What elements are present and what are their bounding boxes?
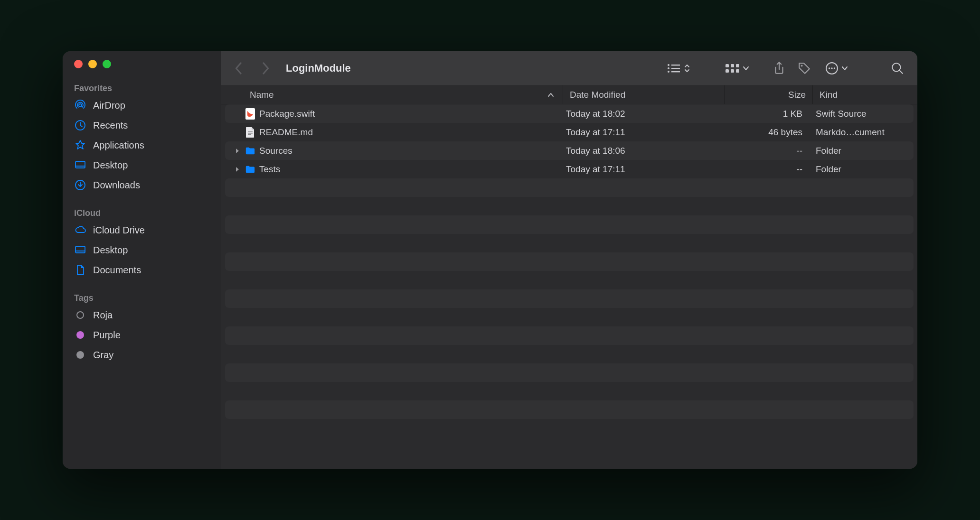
empty-row — [225, 326, 914, 345]
empty-row — [225, 363, 914, 382]
sidebar-item-label: Roja — [93, 310, 113, 321]
svg-point-21 — [834, 67, 835, 69]
sidebar-item-label: Gray — [93, 350, 113, 361]
sidebar-item-label: AirDrop — [93, 100, 125, 111]
file-name: Package.swift — [259, 109, 315, 119]
column-header-name[interactable]: Name — [221, 85, 563, 104]
file-kind: Folder — [809, 146, 914, 156]
folder-file-icon — [245, 145, 255, 157]
sidebar-item[interactable]: Purple — [63, 325, 221, 345]
file-date: Today at 17:11 — [559, 164, 721, 175]
empty-row — [225, 419, 914, 437]
sidebar-item-label: Applications — [93, 140, 144, 151]
column-header-size[interactable]: Size — [725, 85, 813, 104]
sidebar-item[interactable]: Documents — [63, 260, 221, 280]
forward-button[interactable] — [258, 59, 273, 78]
main-panel: LoginModule — [221, 51, 917, 469]
column-label: Kind — [820, 90, 838, 100]
tags-button[interactable] — [795, 59, 814, 78]
file-row[interactable]: SourcesToday at 18:06--Folder — [225, 141, 914, 160]
sidebar-item[interactable]: iCloud Drive — [63, 220, 221, 240]
swift-file-icon — [245, 108, 255, 120]
sidebar-item[interactable]: Desktop — [63, 155, 221, 175]
sidebar-item[interactable]: Recents — [63, 115, 221, 135]
close-button[interactable] — [74, 60, 83, 68]
svg-point-19 — [829, 67, 830, 69]
empty-row — [225, 400, 914, 419]
disclosure-triangle[interactable] — [234, 148, 241, 154]
file-kind: Markdo…cument — [809, 127, 914, 138]
file-row[interactable]: TestsToday at 17:11--Folder — [225, 160, 914, 178]
clock-icon — [74, 119, 86, 131]
empty-row — [225, 345, 914, 363]
empty-row — [225, 197, 914, 215]
svg-rect-14 — [726, 69, 729, 73]
sidebar-item-label: Recents — [93, 120, 128, 131]
svg-point-9 — [668, 71, 669, 73]
svg-rect-16 — [736, 69, 739, 73]
svg-point-17 — [801, 65, 803, 66]
window-controls — [63, 60, 221, 79]
download-icon — [74, 179, 86, 191]
md-file-icon — [245, 126, 255, 139]
sidebar-item[interactable]: Gray — [63, 345, 221, 365]
svg-rect-2 — [75, 161, 85, 168]
column-label: Size — [788, 90, 806, 100]
search-button[interactable] — [888, 59, 907, 78]
disclosure-triangle[interactable] — [234, 167, 241, 172]
sidebar-item-label: Downloads — [93, 180, 140, 191]
tag-dot-icon — [74, 329, 86, 341]
sidebar-item[interactable]: Applications — [63, 135, 221, 155]
file-date: Today at 17:11 — [559, 127, 721, 138]
file-row[interactable]: README.mdToday at 17:1146 bytesMarkdo…cu… — [225, 123, 914, 141]
desktop-icon — [74, 159, 86, 171]
svg-rect-25 — [248, 133, 253, 134]
svg-rect-15 — [731, 69, 734, 73]
svg-rect-8 — [671, 68, 680, 69]
airdrop-icon — [74, 99, 86, 111]
sidebar-item[interactable]: Downloads — [63, 175, 221, 195]
svg-rect-13 — [736, 64, 739, 67]
file-row[interactable]: Package.swiftToday at 18:021 KBSwift Sou… — [225, 104, 914, 123]
svg-point-7 — [668, 67, 669, 69]
action-menu-button[interactable] — [825, 62, 848, 75]
empty-row — [225, 289, 914, 308]
folder-title: LoginModule — [286, 62, 351, 74]
zoom-button[interactable] — [103, 60, 111, 68]
chevron-right-icon — [261, 62, 270, 75]
file-kind: Folder — [809, 164, 914, 175]
column-header-kind[interactable]: Kind — [813, 85, 917, 104]
view-mode-control[interactable] — [667, 63, 690, 74]
sidebar-item[interactable]: Roja — [63, 305, 221, 325]
minimize-button[interactable] — [88, 60, 97, 68]
file-size: -- — [721, 164, 809, 175]
ellipsis-circle-icon — [825, 62, 839, 75]
group-by-control[interactable] — [726, 63, 749, 74]
sidebar-item[interactable]: Desktop — [63, 240, 221, 260]
svg-rect-24 — [248, 131, 253, 132]
share-button[interactable] — [770, 58, 788, 78]
column-header-date[interactable]: Date Modified — [563, 85, 725, 104]
share-icon — [773, 61, 785, 75]
sidebar-item[interactable]: AirDrop — [63, 95, 221, 115]
file-kind: Swift Source — [809, 109, 914, 119]
svg-point-20 — [831, 67, 832, 69]
sidebar-section-label: Tags — [63, 288, 221, 305]
column-label: Name — [250, 90, 274, 100]
file-name: README.md — [259, 127, 313, 138]
svg-point-5 — [668, 64, 669, 66]
tag-icon — [798, 62, 811, 75]
grid-icon — [726, 63, 740, 74]
chevron-down-icon — [841, 65, 848, 71]
sidebar-item-label: Desktop — [93, 160, 128, 171]
finder-window: FavoritesAirDropRecentsApplicationsDeskt… — [63, 51, 917, 469]
file-size: -- — [721, 146, 809, 156]
svg-rect-11 — [726, 64, 729, 67]
empty-row — [225, 215, 914, 234]
file-size: 46 bytes — [721, 127, 809, 138]
tag-dot-icon — [74, 349, 86, 361]
desktop-icon — [74, 244, 86, 256]
apps-icon — [74, 139, 86, 151]
back-button[interactable] — [232, 59, 246, 78]
empty-row — [225, 271, 914, 289]
